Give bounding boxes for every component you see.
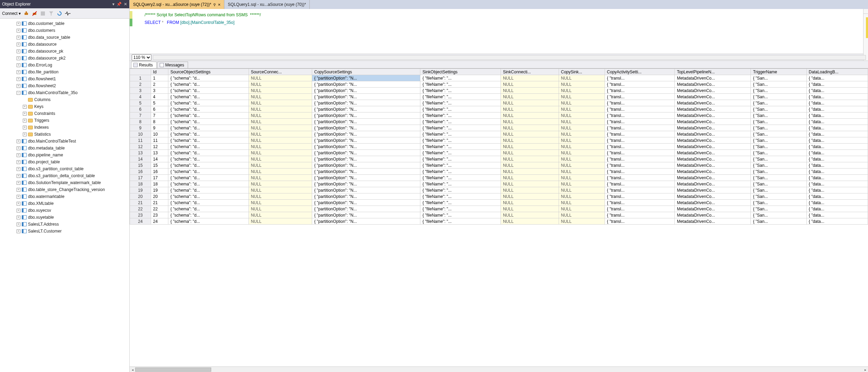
- cell[interactable]: { "schema": "d...: [168, 125, 249, 131]
- cell[interactable]: 19: [151, 187, 168, 193]
- expander-icon[interactable]: +: [17, 77, 20, 81]
- cell[interactable]: 16: [151, 169, 168, 175]
- expander-icon[interactable]: +: [17, 174, 20, 178]
- cell[interactable]: 18: [130, 181, 151, 187]
- cell[interactable]: { "data...: [806, 156, 868, 162]
- cell[interactable]: 6: [151, 106, 168, 112]
- cell[interactable]: 20: [130, 193, 151, 200]
- cell[interactable]: { "San...: [751, 88, 806, 94]
- cell[interactable]: { "data...: [806, 181, 868, 187]
- cell[interactable]: { "partitionOption": "N...: [312, 162, 420, 169]
- cell[interactable]: 15: [151, 162, 168, 169]
- tree-item[interactable]: +dbo.customers: [0, 27, 129, 34]
- cell[interactable]: { "fileName": "...: [420, 100, 501, 106]
- cell[interactable]: { "partitionOption": "N...: [312, 81, 420, 88]
- scroll-right-icon[interactable]: ▸: [862, 367, 868, 372]
- editor-horizontal-scrollbar[interactable]: [153, 55, 866, 60]
- cell[interactable]: NULL: [559, 131, 605, 137]
- cell[interactable]: { "San...: [751, 200, 806, 206]
- table-row[interactable]: 77{ "schema": "d...NULL{ "partitionOptio…: [130, 112, 868, 119]
- activity-monitor-icon[interactable]: [65, 11, 71, 16]
- close-icon[interactable]: ✕: [218, 3, 221, 7]
- table-row[interactable]: 2020{ "schema": "d...NULL{ "partitionOpt…: [130, 193, 868, 200]
- cell[interactable]: { "data...: [806, 162, 868, 169]
- cell[interactable]: NULL: [501, 175, 559, 181]
- cell[interactable]: NULL: [501, 162, 559, 169]
- cell[interactable]: NULL: [249, 212, 312, 218]
- cell[interactable]: { "transl...: [605, 150, 674, 156]
- tree-item[interactable]: Columns: [0, 96, 129, 103]
- cell[interactable]: { "San...: [751, 94, 806, 100]
- cell[interactable]: { "partitionOption": "N...: [312, 94, 420, 100]
- cell[interactable]: 22: [130, 206, 151, 212]
- cell[interactable]: NULL: [501, 131, 559, 137]
- cell[interactable]: MetadataDrivenCo...: [675, 125, 751, 131]
- expander-icon[interactable]: +: [17, 63, 20, 67]
- cell[interactable]: NULL: [559, 193, 605, 200]
- tree-item[interactable]: +dbo.watermarktable: [0, 193, 129, 200]
- cell[interactable]: { "data...: [806, 137, 868, 144]
- cell[interactable]: 7: [130, 112, 151, 119]
- cell[interactable]: NULL: [559, 200, 605, 206]
- results-grid-container[interactable]: IdSourceObjectSettingsSourceConnec...Cop…: [130, 69, 868, 366]
- cell[interactable]: { "schema": "d...: [168, 193, 249, 200]
- cell[interactable]: { "San...: [751, 106, 806, 112]
- cell[interactable]: { "San...: [751, 100, 806, 106]
- disconnect-server-icon[interactable]: [32, 11, 37, 16]
- cell[interactable]: { "partitionOption": "N...: [312, 100, 420, 106]
- tree-item[interactable]: +Indexes: [0, 124, 129, 131]
- cell[interactable]: 4: [151, 94, 168, 100]
- cell[interactable]: { "San...: [751, 181, 806, 187]
- cell[interactable]: 14: [151, 156, 168, 162]
- cell[interactable]: { "fileName": "...: [420, 181, 501, 187]
- pin-icon[interactable]: 📌: [116, 2, 122, 7]
- cell[interactable]: { "data...: [806, 100, 868, 106]
- column-header[interactable]: CopySourceSettings: [312, 69, 420, 75]
- expander-icon[interactable]: +: [17, 70, 20, 74]
- cell[interactable]: { "partitionOption": "N...: [312, 181, 420, 187]
- cell[interactable]: { "fileName": "...: [420, 81, 501, 88]
- cell[interactable]: { "transl...: [605, 193, 674, 200]
- cell[interactable]: MetadataDrivenCo...: [675, 119, 751, 125]
- split-editor-icon[interactable]: [863, 9, 868, 14]
- cell[interactable]: { "fileName": "...: [420, 175, 501, 181]
- cell[interactable]: 4: [130, 94, 151, 100]
- cell[interactable]: { "schema": "d...: [168, 175, 249, 181]
- cell[interactable]: { "data...: [806, 212, 868, 218]
- cell[interactable]: NULL: [249, 88, 312, 94]
- tree-item[interactable]: +dbo.pipeline_name: [0, 152, 129, 158]
- cell[interactable]: MetadataDrivenCo...: [675, 156, 751, 162]
- cell[interactable]: { "data...: [806, 206, 868, 212]
- cell[interactable]: 9: [130, 125, 151, 131]
- zoom-select[interactable]: 110 %: [132, 54, 151, 61]
- cell[interactable]: { "schema": "d...: [168, 187, 249, 193]
- cell[interactable]: NULL: [249, 137, 312, 144]
- cell[interactable]: MetadataDrivenCo...: [675, 206, 751, 212]
- cell[interactable]: NULL: [249, 156, 312, 162]
- cell[interactable]: NULL: [501, 187, 559, 193]
- tree-item[interactable]: +dbo.SolutionTemplate_watermark_table: [0, 179, 129, 186]
- cell[interactable]: 6: [130, 106, 151, 112]
- cell[interactable]: { "transl...: [605, 131, 674, 137]
- cell[interactable]: NULL: [501, 212, 559, 218]
- cell[interactable]: NULL: [559, 144, 605, 150]
- cell[interactable]: { "data...: [806, 75, 868, 81]
- tree-item[interactable]: +dbo.flowsheet1: [0, 75, 129, 82]
- column-header[interactable]: SourceObjectSettings: [168, 69, 249, 75]
- cell[interactable]: MetadataDrivenCo...: [675, 112, 751, 119]
- cell[interactable]: 8: [130, 119, 151, 125]
- connect-server-icon[interactable]: [24, 11, 29, 16]
- cell[interactable]: { "schema": "d...: [168, 100, 249, 106]
- cell[interactable]: { "schema": "d...: [168, 200, 249, 206]
- cell[interactable]: { "transl...: [605, 169, 674, 175]
- cell[interactable]: { "transl...: [605, 162, 674, 169]
- cell[interactable]: 7: [151, 112, 168, 119]
- cell[interactable]: 9: [151, 125, 168, 131]
- expander-icon[interactable]: +: [23, 126, 27, 129]
- cell[interactable]: MetadataDrivenCo...: [675, 88, 751, 94]
- cell[interactable]: NULL: [249, 200, 312, 206]
- cell[interactable]: 24: [151, 218, 168, 225]
- cell[interactable]: { "data...: [806, 193, 868, 200]
- expander-icon[interactable]: +: [17, 56, 20, 60]
- cell[interactable]: MetadataDrivenCo...: [675, 212, 751, 218]
